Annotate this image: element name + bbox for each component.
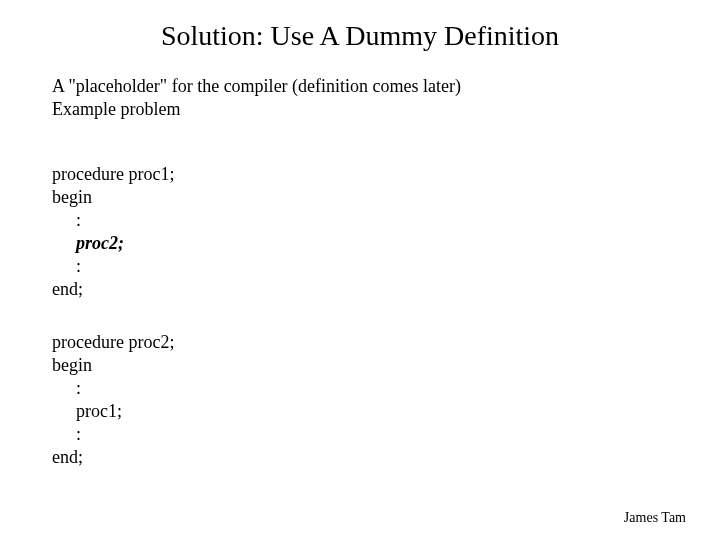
proc2-dots-1: : [52,377,652,400]
intro-line-2: Example problem [52,98,652,121]
proc1-dots-1: : [52,209,652,232]
footer-author: James Tam [624,510,686,526]
proc2-end: end; [52,446,652,469]
proc1-end: end; [52,278,652,301]
proc1-begin: begin [52,186,652,209]
proc2-header: procedure proc2; [52,331,652,354]
slide-body: A "placeholder" for the compiler (defini… [52,75,652,469]
proc1-call-proc2: proc2; [52,232,652,255]
intro-line-1: A "placeholder" for the compiler (defini… [52,75,652,98]
spacer [52,301,652,331]
proc1-header: procedure proc1; [52,163,652,186]
proc2-dots-2: : [52,423,652,446]
proc2-call-proc1: proc1; [52,400,652,423]
spacer [52,121,652,163]
proc2-begin: begin [52,354,652,377]
slide: Solution: Use A Dummy Definition A "plac… [0,0,720,540]
proc1-dots-2: : [52,255,652,278]
slide-title: Solution: Use A Dummy Definition [0,20,720,52]
